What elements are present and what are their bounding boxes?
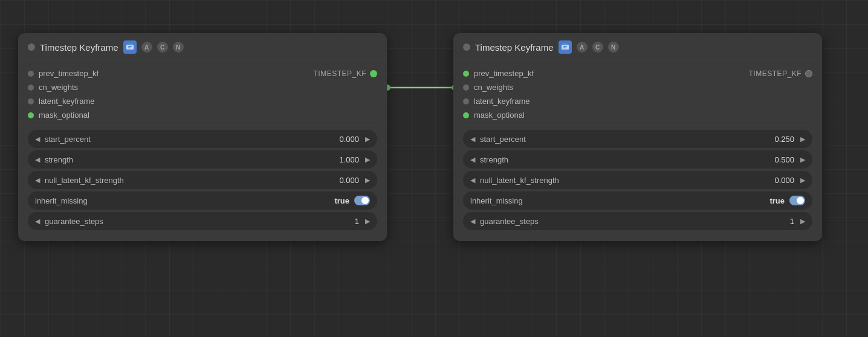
arrow-left-null-right[interactable]: ◀	[468, 175, 478, 185]
port-connector-out-right[interactable]	[805, 70, 812, 77]
port-prev-timestep-kf-right: prev_timestep_kf TIMESTEP_KF	[463, 66, 812, 80]
control-inherit-right[interactable]: inherit_missing true	[463, 191, 812, 210]
node-indicator-right	[463, 43, 470, 51]
badge-n-left[interactable]: N	[173, 42, 184, 53]
arrow-right-guarantee-right[interactable]: ▶	[798, 216, 808, 226]
arrow-left-start-left[interactable]: ◀	[33, 134, 42, 144]
control-value-start-left: 0.000	[339, 135, 359, 144]
arrow-left-start-right[interactable]: ◀	[468, 134, 478, 144]
port-label-latent-left: latent_keyframe	[39, 97, 95, 106]
control-guarantee-left[interactable]: ◀ guarantee_steps 1 ▶	[28, 212, 377, 230]
toggle-switch-inherit-left[interactable]	[354, 196, 370, 205]
node-title-right: Timestep Keyframe	[475, 42, 554, 53]
port-label-latent-right: latent_keyframe	[474, 97, 530, 106]
port-mask-right: mask_optional	[463, 108, 812, 122]
port-dot-latent-left[interactable]	[28, 98, 34, 104]
port-right-timestep-left: TIMESTEP_KF	[313, 69, 377, 78]
control-label-start-right: start_percent	[480, 135, 774, 144]
control-start-percent-left[interactable]: ◀ start_percent 0.000 ▶	[28, 130, 377, 148]
port-label-mask-right: mask_optional	[474, 111, 525, 120]
port-cn-weights-right: cn_weights	[463, 80, 812, 94]
arrow-right-strength-left[interactable]: ▶	[363, 155, 372, 164]
arrow-right-null-right[interactable]: ▶	[798, 175, 808, 185]
control-label-guarantee-left: guarantee_steps	[45, 217, 355, 226]
svg-rect-9	[563, 46, 567, 47]
control-value-start-right: 0.250	[774, 135, 794, 144]
port-cn-weights-left: cn_weights	[28, 80, 377, 94]
control-null-latent-left[interactable]: ◀ null_latent_kf_strength 0.000 ▶	[28, 171, 377, 189]
node-icon-right	[559, 40, 572, 54]
arrow-left-strength-left[interactable]: ◀	[33, 155, 42, 164]
divider-right	[463, 126, 812, 126]
arrow-right-start-left[interactable]: ▶	[363, 134, 372, 144]
toggle-value-inherit-left: true	[334, 196, 349, 205]
arrow-left-guarantee-right[interactable]: ◀	[468, 216, 478, 226]
control-label-strength-right: strength	[480, 155, 774, 164]
toggle-label-inherit-left: inherit_missing	[35, 196, 334, 205]
control-strength-right[interactable]: ◀ strength 0.500 ▶	[463, 150, 812, 168]
control-inherit-left[interactable]: inherit_missing true	[28, 191, 377, 210]
control-label-guarantee-right: guarantee_steps	[480, 217, 790, 226]
badge-c-right[interactable]: C	[592, 42, 603, 53]
svg-rect-8	[563, 43, 568, 45]
divider-left	[28, 126, 377, 126]
svg-rect-5	[128, 46, 132, 47]
control-start-percent-right[interactable]: ◀ start_percent 0.250 ▶	[463, 130, 812, 148]
control-label-start-left: start_percent	[45, 135, 339, 144]
port-dot-cn-right[interactable]	[463, 85, 469, 91]
port-type-left: TIMESTEP_KF	[313, 69, 366, 78]
port-dot-latent-right[interactable]	[463, 98, 469, 104]
badge-c-left[interactable]: C	[157, 42, 168, 53]
control-value-guarantee-right: 1	[790, 217, 794, 226]
arrow-right-null-left[interactable]: ▶	[363, 175, 372, 185]
port-mask-left: mask_optional	[28, 108, 377, 122]
port-dot-prev-timestep-left[interactable]	[28, 71, 34, 77]
badge-a-left[interactable]: A	[141, 42, 152, 53]
port-dot-mask-right[interactable]	[463, 112, 469, 118]
control-label-strength-left: strength	[45, 155, 339, 164]
port-dot-mask-left[interactable]	[28, 112, 34, 118]
canvas: Timestep Keyframe A C N prev_timestep_kf…	[0, 0, 868, 337]
badge-a-right[interactable]: A	[577, 42, 588, 53]
port-label-prev-timestep-left: prev_timestep_kf	[39, 69, 99, 78]
port-latent-left: latent_keyframe	[28, 94, 377, 108]
svg-rect-7	[562, 45, 569, 50]
control-guarantee-right[interactable]: ◀ guarantee_steps 1 ▶	[463, 212, 812, 230]
control-strength-left[interactable]: ◀ strength 1.000 ▶	[28, 150, 377, 168]
node-timestep-keyframe-left: Timestep Keyframe A C N prev_timestep_kf…	[18, 33, 387, 241]
toggle-value-inherit-right: true	[769, 196, 785, 205]
port-dot-prev-timestep-right[interactable]	[463, 71, 469, 77]
control-value-strength-right: 0.500	[774, 155, 794, 164]
arrow-right-guarantee-left[interactable]: ▶	[363, 216, 372, 226]
arrow-left-strength-right[interactable]: ◀	[468, 155, 478, 164]
node-header-left: Timestep Keyframe A C N	[18, 33, 387, 60]
port-latent-right: latent_keyframe	[463, 94, 812, 108]
svg-rect-3	[126, 45, 134, 50]
port-dot-cn-left[interactable]	[28, 85, 34, 91]
arrow-left-guarantee-left[interactable]: ◀	[33, 216, 42, 226]
control-value-null-right: 0.000	[774, 176, 794, 185]
node-header-right: Timestep Keyframe A C N	[453, 33, 822, 60]
badge-n-right[interactable]: N	[608, 42, 619, 53]
node-body-left: prev_timestep_kf TIMESTEP_KF cn_weights …	[18, 60, 387, 241]
node-timestep-keyframe-right: Timestep Keyframe A C N prev_timestep_kf…	[453, 33, 822, 241]
control-value-guarantee-left: 1	[355, 217, 359, 226]
control-label-null-left: null_latent_kf_strength	[45, 176, 339, 185]
control-value-strength-left: 1.000	[339, 155, 359, 164]
arrow-right-strength-right[interactable]: ▶	[798, 155, 808, 164]
arrow-right-start-right[interactable]: ▶	[798, 134, 808, 144]
port-connector-out-left[interactable]	[370, 70, 377, 77]
arrow-left-null-left[interactable]: ◀	[33, 175, 42, 185]
node-indicator-left	[28, 43, 35, 51]
port-right-timestep-right: TIMESTEP_KF	[748, 69, 812, 78]
port-type-right: TIMESTEP_KF	[748, 69, 802, 78]
toggle-label-inherit-right: inherit_missing	[470, 196, 769, 205]
control-null-latent-right[interactable]: ◀ null_latent_kf_strength 0.000 ▶	[463, 171, 812, 189]
control-value-null-left: 0.000	[339, 176, 359, 185]
toggle-switch-inherit-right[interactable]	[789, 196, 805, 205]
node-title-left: Timestep Keyframe	[40, 42, 118, 53]
node-body-right: prev_timestep_kf TIMESTEP_KF cn_weights …	[453, 60, 822, 241]
port-label-prev-timestep-right: prev_timestep_kf	[474, 69, 534, 78]
port-label-cn-left: cn_weights	[39, 83, 78, 92]
svg-rect-10	[563, 48, 566, 49]
